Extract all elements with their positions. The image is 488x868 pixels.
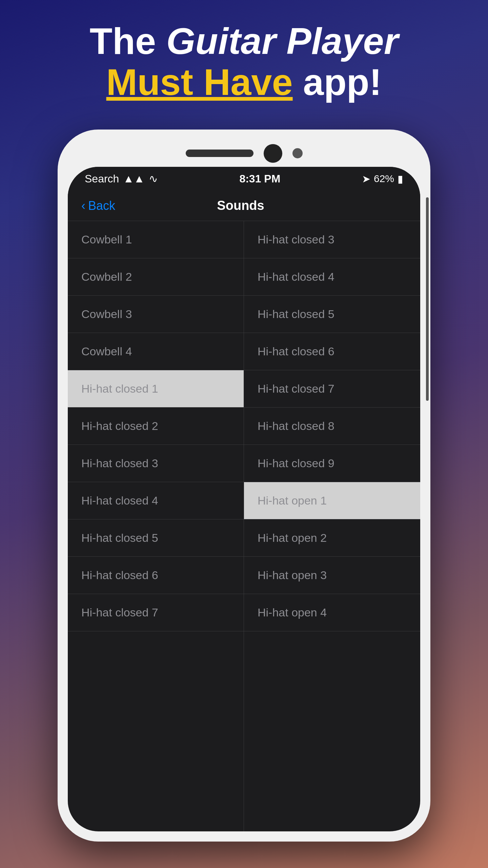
list-item[interactable]: Hi-hat closed 4 bbox=[68, 482, 244, 519]
list-item[interactable]: Hi-hat closed 9 bbox=[244, 445, 420, 482]
signal-icon: ▲▲ bbox=[123, 173, 144, 185]
nav-title: Sounds bbox=[115, 198, 366, 213]
list-item[interactable]: Hi-hat open 3 bbox=[244, 557, 420, 594]
left-column: Cowbell 1 Cowbell 2 Cowbell 3 Cowbell 4 … bbox=[68, 221, 244, 831]
list-item[interactable]: Hi-hat closed 3 bbox=[68, 445, 244, 482]
phone-camera bbox=[264, 144, 282, 163]
status-bar: Search ▲▲ ∿ 8:31 PM ➤ 62% ▮ bbox=[68, 167, 420, 191]
phone-speaker bbox=[186, 150, 253, 157]
list-item[interactable]: Hi-hat closed 7 bbox=[68, 594, 244, 631]
battery-icon: ▮ bbox=[398, 173, 403, 185]
wifi-icon: ∿ bbox=[149, 172, 158, 185]
sounds-list-container: Cowbell 1 Cowbell 2 Cowbell 3 Cowbell 4 … bbox=[68, 221, 420, 831]
phone-dot bbox=[292, 148, 303, 158]
headline-app: app! bbox=[303, 61, 382, 103]
status-right: ➤ 62% ▮ bbox=[362, 173, 403, 185]
headline-guitar-player: Guitar Player bbox=[166, 20, 399, 62]
list-item[interactable]: Hi-hat closed 2 bbox=[68, 408, 244, 445]
list-item[interactable]: Hi-hat closed 8 bbox=[244, 408, 420, 445]
scrollbar[interactable] bbox=[426, 197, 429, 401]
list-item[interactable]: Cowbell 2 bbox=[68, 258, 244, 296]
list-item-highlighted[interactable]: Hi-hat closed 1 bbox=[68, 370, 244, 408]
list-item[interactable]: Hi-hat closed 6 bbox=[68, 557, 244, 594]
status-search: Search bbox=[85, 173, 119, 185]
list-item[interactable]: Cowbell 1 bbox=[68, 221, 244, 258]
list-item[interactable]: Hi-hat closed 6 bbox=[244, 333, 420, 370]
list-item[interactable]: Hi-hat closed 4 bbox=[244, 258, 420, 296]
location-icon: ➤ bbox=[362, 173, 370, 185]
status-left: Search ▲▲ ∿ bbox=[85, 172, 158, 185]
battery-text: 62% bbox=[374, 173, 394, 184]
back-button[interactable]: ‹ Back bbox=[81, 199, 115, 213]
phone-screen: Search ▲▲ ∿ 8:31 PM ➤ 62% ▮ ‹ Back Sound… bbox=[68, 167, 420, 831]
list-item[interactable]: Hi-hat closed 5 bbox=[244, 296, 420, 333]
sounds-list-grid: Cowbell 1 Cowbell 2 Cowbell 3 Cowbell 4 … bbox=[68, 221, 420, 831]
list-item[interactable]: Cowbell 3 bbox=[68, 296, 244, 333]
list-item[interactable]: Hi-hat open 2 bbox=[244, 519, 420, 557]
phone-frame: Search ▲▲ ∿ 8:31 PM ➤ 62% ▮ ‹ Back Sound… bbox=[58, 130, 430, 842]
list-item-highlighted[interactable]: Hi-hat open 1 bbox=[244, 482, 420, 519]
nav-bar: ‹ Back Sounds bbox=[68, 191, 420, 221]
phone-top-bar bbox=[68, 140, 420, 167]
list-item[interactable]: Hi-hat closed 3 bbox=[244, 221, 420, 258]
list-item[interactable]: Hi-hat closed 7 bbox=[244, 370, 420, 408]
back-label: Back bbox=[88, 199, 115, 213]
right-column: Hi-hat closed 3 Hi-hat closed 4 Hi-hat c… bbox=[244, 221, 420, 831]
list-item[interactable]: Cowbell 4 bbox=[68, 333, 244, 370]
headline-the: The bbox=[90, 20, 166, 62]
list-item[interactable]: Hi-hat closed 5 bbox=[68, 519, 244, 557]
status-time: 8:31 PM bbox=[239, 173, 280, 185]
list-item[interactable]: Hi-hat open 4 bbox=[244, 594, 420, 631]
headline-must-have: Must Have bbox=[106, 61, 293, 103]
back-chevron-icon: ‹ bbox=[81, 199, 85, 213]
headline: The Guitar Player Must Have app! bbox=[69, 20, 419, 102]
